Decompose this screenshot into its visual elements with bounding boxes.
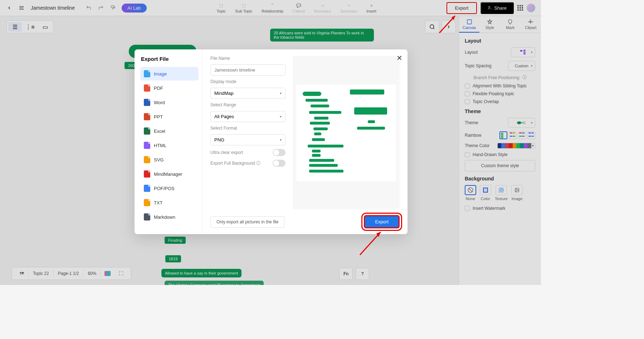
format-item-ppt[interactable]: PPT	[140, 110, 199, 124]
format-label: PDF	[154, 86, 163, 91]
modal-sidebar: Export File ImagePDFWordPPTExcelHTMLSVGM…	[135, 49, 203, 234]
file-icon	[144, 170, 150, 178]
format-item-svg[interactable]: SVG	[140, 153, 199, 166]
format-label: Word	[154, 100, 165, 105]
close-icon[interactable]: ✕	[396, 54, 402, 62]
file-icon	[144, 156, 150, 163]
modal-footer: Only export all pictures in the file Exp…	[210, 209, 400, 228]
file-icon	[144, 199, 150, 206]
format-label: SVG	[154, 157, 164, 163]
only-export-pictures-button[interactable]: Only export all pictures in the file	[210, 216, 284, 228]
full-bg-row: Export Full Background ⓘ	[210, 160, 286, 167]
preview-column	[293, 56, 400, 209]
modal-content: File Name Display mode MindMap Select Ra…	[210, 56, 400, 209]
ultra-clear-toggle[interactable]	[273, 149, 286, 156]
format-label: Excel	[154, 129, 165, 134]
format-item-markdown[interactable]: Markdown	[140, 210, 199, 224]
select-value: PNG	[214, 137, 224, 142]
file-name-input[interactable]	[210, 64, 286, 76]
ultra-clear-row: Ultra clear export	[210, 149, 286, 156]
label: Ultra clear export	[210, 150, 243, 155]
format-item-image[interactable]: Image	[140, 67, 199, 81]
format-label: HTML	[154, 143, 166, 148]
file-icon	[144, 113, 150, 120]
label: Export Full Background ⓘ	[210, 160, 260, 166]
format-list: ImagePDFWordPPTExcelHTMLSVGMindManagerPO…	[140, 67, 199, 224]
display-mode-select[interactable]: MindMap	[210, 88, 286, 99]
format-label: PPT	[154, 114, 163, 120]
format-label: TXT	[154, 200, 163, 205]
preview-image	[296, 84, 396, 181]
file-icon	[144, 70, 150, 77]
format-label: POF/POS	[154, 186, 175, 191]
info-icon[interactable]: ⓘ	[256, 161, 260, 166]
label: Select Range	[210, 102, 286, 107]
format-label: MindManager	[154, 171, 182, 177]
select-range-select[interactable]: All Pages	[210, 111, 286, 122]
label: Select Format	[210, 126, 286, 131]
format-item-pofpos[interactable]: POF/POS	[140, 181, 199, 195]
format-item-mindmanager[interactable]: MindManager	[140, 167, 199, 181]
modal-export-button[interactable]: Export	[364, 215, 400, 228]
file-icon	[144, 185, 150, 192]
file-icon	[144, 142, 150, 149]
format-item-txt[interactable]: TXT	[140, 196, 199, 209]
format-item-pdf[interactable]: PDF	[140, 81, 199, 95]
format-item-excel[interactable]: Excel	[140, 124, 199, 138]
format-item-word[interactable]: Word	[140, 96, 199, 109]
file-icon	[144, 213, 150, 221]
full-bg-toggle[interactable]	[273, 160, 286, 167]
label: File Name	[210, 56, 286, 61]
file-icon	[144, 127, 150, 135]
file-icon	[144, 99, 150, 106]
export-modal: Export File ImagePDFWordPPTExcelHTMLSVGM…	[135, 49, 408, 234]
modal-main: ✕ File Name Display mode MindMap Select …	[203, 49, 408, 234]
format-item-html[interactable]: HTML	[140, 139, 199, 152]
label: Display mode	[210, 79, 286, 84]
select-value: MindMap	[214, 91, 233, 96]
format-label: Image	[154, 71, 167, 77]
select-value: All Pages	[214, 114, 234, 119]
export-form: File Name Display mode MindMap Select Ra…	[210, 56, 286, 209]
file-icon	[144, 84, 150, 92]
format-label: Markdown	[154, 214, 175, 220]
select-format-select[interactable]: PNG	[210, 134, 286, 145]
modal-title: Export File	[140, 56, 199, 62]
